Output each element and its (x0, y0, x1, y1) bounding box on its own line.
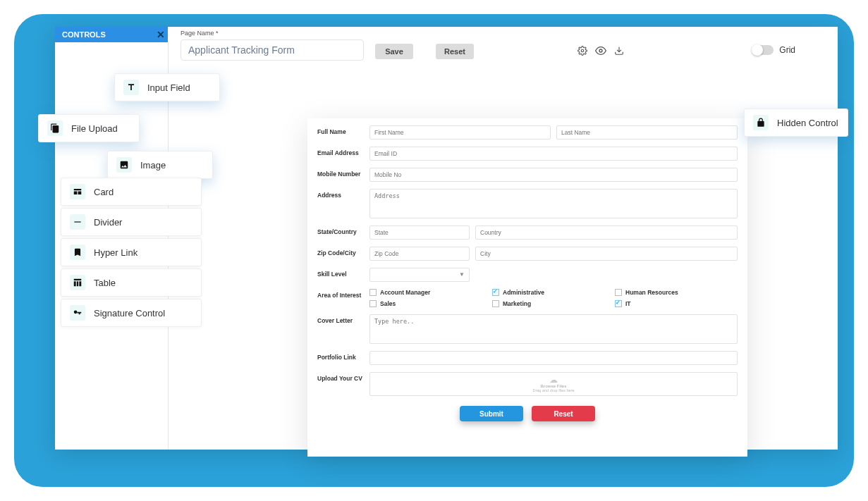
cover-textarea[interactable] (369, 314, 738, 344)
form-preview: Full Name Email Address Mobile Number Ad… (307, 118, 747, 457)
chip-label: Input Field (147, 82, 190, 93)
lock-icon (753, 115, 769, 130)
row-interest: Area of Interest Account Manager Adminis… (317, 289, 738, 307)
check-label: Sales (380, 300, 396, 307)
gear-icon[interactable] (577, 45, 588, 56)
check-administrative[interactable]: Administrative (492, 289, 615, 296)
chip-label: Signature Control (94, 308, 165, 318)
control-chip-input-field[interactable]: Input Field (114, 73, 220, 101)
grid-toggle[interactable]: Grid (752, 45, 795, 55)
check-label: Marketing (503, 300, 531, 307)
chip-label: Image (140, 160, 166, 171)
controls-panel-header: CONTROLS ✕ (55, 27, 168, 42)
export-icon[interactable] (613, 45, 625, 56)
chip-label: Hidden Control (777, 118, 838, 128)
page-name-input[interactable] (181, 39, 364, 61)
svg-point-1 (599, 49, 602, 52)
control-chip-hidden[interactable]: Hidden Control (744, 109, 848, 137)
control-chip-signature[interactable]: Signature Control (61, 299, 202, 327)
svg-rect-3 (74, 221, 80, 222)
row-full-name: Full Name (317, 125, 738, 140)
form-buttons: Submit Reset (317, 406, 738, 421)
svg-point-0 (581, 49, 584, 52)
key-icon (70, 305, 85, 321)
control-chip-divider[interactable]: Divider (61, 208, 202, 236)
check-label: Account Manager (380, 289, 430, 296)
row-zip-city: Zip Code/City (317, 247, 738, 261)
check-human-resources[interactable]: Human Resources (615, 289, 738, 296)
state-input[interactable] (369, 225, 470, 240)
preview-icon[interactable] (595, 45, 606, 56)
table-icon (70, 275, 85, 290)
check-label: IT (625, 300, 631, 307)
bookmark-icon (70, 245, 85, 260)
zip-input[interactable] (369, 247, 470, 261)
chip-label: Divider (94, 217, 122, 228)
cloud-upload-icon: ☁ (549, 376, 558, 384)
chip-label: Hyper Link (94, 247, 137, 258)
check-marketing[interactable]: Marketing (492, 300, 615, 307)
row-address: Address (317, 189, 738, 218)
row-email: Email Address (317, 147, 738, 161)
check-sales[interactable]: Sales (369, 300, 492, 307)
label-state-country: State/Country (317, 225, 362, 235)
skill-select[interactable] (369, 268, 470, 282)
checkbox-icon (615, 300, 622, 307)
control-chip-hyperlink[interactable]: Hyper Link (61, 238, 202, 266)
top-icons (577, 45, 625, 56)
label-email: Email Address (317, 147, 362, 156)
control-chip-file-upload[interactable]: File Upload (38, 114, 140, 142)
page-name-label: Page Name * (181, 30, 219, 37)
label-address: Address (317, 189, 362, 199)
toggle-track[interactable] (752, 45, 774, 55)
label-interest: Area of Interest (317, 289, 362, 299)
image-icon (116, 157, 132, 173)
label-full-name: Full Name (317, 125, 362, 135)
last-name-input[interactable] (556, 125, 738, 140)
checkbox-icon (492, 289, 499, 296)
chip-label: Card (94, 187, 114, 197)
chip-label: Table (94, 278, 116, 288)
checkbox-icon (369, 289, 377, 296)
form-reset-button[interactable]: Reset (532, 406, 595, 421)
portfolio-input[interactable] (369, 351, 738, 365)
upload-dropzone[interactable]: ☁ Browse Files Drag and drop files here (369, 372, 738, 396)
check-it[interactable]: IT (615, 300, 738, 307)
file-icon (47, 120, 63, 136)
submit-button[interactable]: Submit (460, 406, 523, 421)
checkbox-icon (369, 300, 377, 307)
text-icon (123, 80, 139, 95)
label-upload: Upload Your CV (317, 372, 362, 382)
chip-label: File Upload (71, 123, 118, 134)
email-input[interactable] (369, 147, 738, 161)
control-chip-card[interactable]: Card (61, 178, 202, 206)
label-cover: Cover Letter (317, 314, 362, 324)
check-label: Administrative (503, 289, 544, 296)
label-skill: Skill Level (317, 268, 362, 278)
row-skill: Skill Level (317, 268, 738, 282)
divider-icon (70, 214, 85, 230)
country-input[interactable] (475, 225, 738, 240)
check-account-manager[interactable]: Account Manager (369, 289, 492, 296)
control-chip-table[interactable]: Table (61, 268, 202, 297)
city-input[interactable] (475, 247, 738, 261)
grid-toggle-label: Grid (779, 45, 795, 55)
control-chip-image[interactable]: Image (107, 151, 213, 179)
close-icon[interactable]: ✕ (157, 27, 165, 42)
top-bar: Page Name * Save Reset Grid (173, 27, 838, 69)
controls-panel-title: CONTROLS (62, 30, 106, 39)
upload-drag-text: Drag and drop files here (532, 388, 574, 392)
first-name-input[interactable] (369, 125, 551, 140)
row-cover-letter: Cover Letter (317, 314, 738, 344)
card-icon (70, 184, 85, 199)
label-mobile: Mobile Number (317, 168, 362, 178)
toggle-knob (752, 44, 763, 56)
check-label: Human Resources (625, 289, 678, 296)
label-zip-city: Zip Code/City (317, 247, 362, 256)
save-button[interactable]: Save (375, 44, 413, 59)
label-portfolio: Portfolio Link (317, 351, 362, 361)
checkbox-icon (615, 289, 622, 296)
mobile-input[interactable] (369, 168, 738, 182)
reset-button[interactable]: Reset (436, 44, 474, 59)
address-textarea[interactable] (369, 189, 738, 218)
